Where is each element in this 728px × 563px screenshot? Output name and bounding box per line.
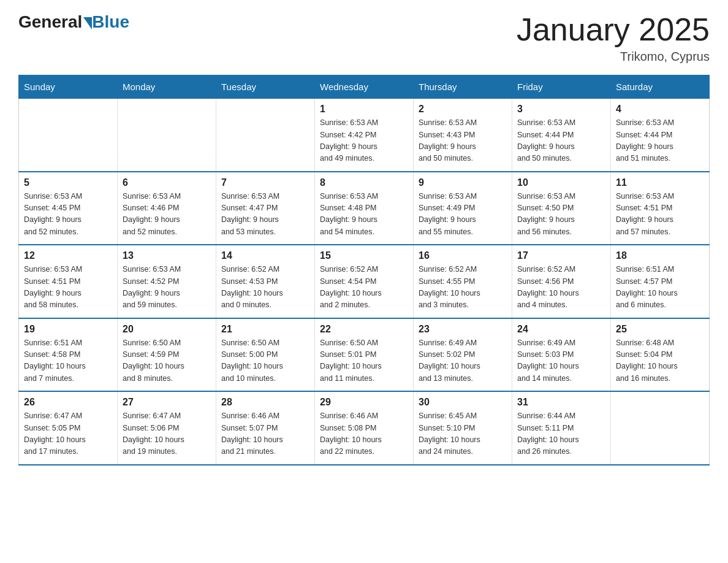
day-number: 25	[616, 324, 704, 335]
day-number: 19	[24, 324, 112, 335]
day-info: Sunrise: 6:51 AM Sunset: 4:58 PM Dayligh…	[24, 337, 112, 385]
day-info: Sunrise: 6:52 AM Sunset: 4:55 PM Dayligh…	[419, 264, 507, 312]
day-info: Sunrise: 6:47 AM Sunset: 5:06 PM Dayligh…	[123, 410, 211, 458]
calendar-cell: 12Sunrise: 6:53 AM Sunset: 4:51 PM Dayli…	[19, 245, 118, 318]
calendar-cell: 1Sunrise: 6:53 AM Sunset: 4:42 PM Daylig…	[315, 99, 414, 172]
day-info: Sunrise: 6:53 AM Sunset: 4:44 PM Dayligh…	[517, 117, 605, 165]
day-number: 7	[221, 177, 309, 188]
day-number: 11	[616, 177, 704, 188]
calendar-cell: 8Sunrise: 6:53 AM Sunset: 4:48 PM Daylig…	[315, 172, 414, 245]
day-number: 9	[419, 177, 507, 188]
calendar-cell	[118, 99, 216, 172]
day-number: 15	[320, 250, 408, 261]
day-number: 21	[221, 324, 309, 335]
day-number: 30	[419, 397, 507, 408]
calendar-cell: 25Sunrise: 6:48 AM Sunset: 5:04 PM Dayli…	[611, 318, 710, 392]
calendar-cell: 24Sunrise: 6:49 AM Sunset: 5:03 PM Dayli…	[512, 318, 611, 392]
day-info: Sunrise: 6:52 AM Sunset: 4:54 PM Dayligh…	[320, 264, 408, 312]
day-info: Sunrise: 6:53 AM Sunset: 4:47 PM Dayligh…	[221, 191, 309, 239]
day-info: Sunrise: 6:50 AM Sunset: 5:01 PM Dayligh…	[320, 337, 408, 385]
day-info: Sunrise: 6:53 AM Sunset: 4:48 PM Dayligh…	[320, 191, 408, 239]
day-info: Sunrise: 6:53 AM Sunset: 4:49 PM Dayligh…	[419, 191, 507, 239]
calendar-cell: 11Sunrise: 6:53 AM Sunset: 4:51 PM Dayli…	[611, 172, 710, 245]
weekday-header-thursday: Thursday	[414, 75, 512, 99]
calendar-cell: 16Sunrise: 6:52 AM Sunset: 4:55 PM Dayli…	[414, 245, 512, 318]
calendar-cell: 18Sunrise: 6:51 AM Sunset: 4:57 PM Dayli…	[611, 245, 710, 318]
calendar-table: SundayMondayTuesdayWednesdayThursdayFrid…	[18, 75, 710, 465]
day-number: 23	[419, 324, 507, 335]
calendar-cell: 28Sunrise: 6:46 AM Sunset: 5:07 PM Dayli…	[216, 391, 315, 465]
calendar-cell: 10Sunrise: 6:53 AM Sunset: 4:50 PM Dayli…	[512, 172, 611, 245]
day-info: Sunrise: 6:53 AM Sunset: 4:51 PM Dayligh…	[616, 191, 704, 239]
day-number: 14	[221, 250, 309, 261]
calendar-cell: 26Sunrise: 6:47 AM Sunset: 5:05 PM Dayli…	[19, 391, 118, 465]
calendar-cell: 14Sunrise: 6:52 AM Sunset: 4:53 PM Dayli…	[216, 245, 315, 318]
calendar-cell: 3Sunrise: 6:53 AM Sunset: 4:44 PM Daylig…	[512, 99, 611, 172]
day-info: Sunrise: 6:46 AM Sunset: 5:07 PM Dayligh…	[221, 410, 309, 458]
weekday-header-monday: Monday	[118, 75, 216, 99]
weekday-header-friday: Friday	[512, 75, 611, 99]
calendar-subtitle: Trikomo, Cyprus	[517, 50, 710, 64]
calendar-body: 1Sunrise: 6:53 AM Sunset: 4:42 PM Daylig…	[19, 99, 710, 465]
calendar-cell: 15Sunrise: 6:52 AM Sunset: 4:54 PM Dayli…	[315, 245, 414, 318]
day-info: Sunrise: 6:53 AM Sunset: 4:43 PM Dayligh…	[419, 117, 507, 165]
day-info: Sunrise: 6:47 AM Sunset: 5:05 PM Dayligh…	[24, 410, 112, 458]
weekday-header-wednesday: Wednesday	[315, 75, 414, 99]
week-row-4: 19Sunrise: 6:51 AM Sunset: 4:58 PM Dayli…	[19, 318, 710, 392]
day-number: 20	[123, 324, 211, 335]
calendar-cell	[216, 99, 315, 172]
weekday-header-sunday: Sunday	[19, 75, 118, 99]
day-info: Sunrise: 6:52 AM Sunset: 4:56 PM Dayligh…	[517, 264, 605, 312]
calendar-cell: 6Sunrise: 6:53 AM Sunset: 4:46 PM Daylig…	[118, 172, 216, 245]
day-info: Sunrise: 6:53 AM Sunset: 4:51 PM Dayligh…	[24, 264, 112, 312]
day-info: Sunrise: 6:44 AM Sunset: 5:11 PM Dayligh…	[517, 410, 605, 458]
week-row-3: 12Sunrise: 6:53 AM Sunset: 4:51 PM Dayli…	[19, 245, 710, 318]
day-number: 18	[616, 250, 704, 261]
day-info: Sunrise: 6:53 AM Sunset: 4:52 PM Dayligh…	[123, 264, 211, 312]
calendar-cell: 20Sunrise: 6:50 AM Sunset: 4:59 PM Dayli…	[118, 318, 216, 392]
logo-general-text: General	[18, 12, 82, 32]
week-row-5: 26Sunrise: 6:47 AM Sunset: 5:05 PM Dayli…	[19, 391, 710, 465]
day-number: 1	[320, 104, 408, 115]
calendar-header: SundayMondayTuesdayWednesdayThursdayFrid…	[19, 75, 710, 99]
day-info: Sunrise: 6:53 AM Sunset: 4:46 PM Dayligh…	[123, 191, 211, 239]
calendar-cell	[19, 99, 118, 172]
calendar-cell: 4Sunrise: 6:53 AM Sunset: 4:44 PM Daylig…	[611, 99, 710, 172]
day-info: Sunrise: 6:50 AM Sunset: 5:00 PM Dayligh…	[221, 337, 309, 385]
day-info: Sunrise: 6:53 AM Sunset: 4:50 PM Dayligh…	[517, 191, 605, 239]
logo-blue-text: Blue	[92, 12, 129, 32]
day-number: 2	[419, 104, 507, 115]
day-number: 29	[320, 397, 408, 408]
day-info: Sunrise: 6:52 AM Sunset: 4:53 PM Dayligh…	[221, 264, 309, 312]
calendar-cell: 30Sunrise: 6:45 AM Sunset: 5:10 PM Dayli…	[414, 391, 512, 465]
title-block: January 2025 Trikomo, Cyprus	[517, 12, 710, 64]
day-info: Sunrise: 6:51 AM Sunset: 4:57 PM Dayligh…	[616, 264, 704, 312]
calendar-cell: 29Sunrise: 6:46 AM Sunset: 5:08 PM Dayli…	[315, 391, 414, 465]
calendar-cell: 21Sunrise: 6:50 AM Sunset: 5:00 PM Dayli…	[216, 318, 315, 392]
week-row-2: 5Sunrise: 6:53 AM Sunset: 4:45 PM Daylig…	[19, 172, 710, 245]
weekday-header-row: SundayMondayTuesdayWednesdayThursdayFrid…	[19, 75, 710, 99]
day-number: 13	[123, 250, 211, 261]
calendar-cell: 9Sunrise: 6:53 AM Sunset: 4:49 PM Daylig…	[414, 172, 512, 245]
day-number: 26	[24, 397, 112, 408]
calendar-cell: 22Sunrise: 6:50 AM Sunset: 5:01 PM Dayli…	[315, 318, 414, 392]
calendar-cell: 7Sunrise: 6:53 AM Sunset: 4:47 PM Daylig…	[216, 172, 315, 245]
day-number: 24	[517, 324, 605, 335]
day-info: Sunrise: 6:46 AM Sunset: 5:08 PM Dayligh…	[320, 410, 408, 458]
day-number: 3	[517, 104, 605, 115]
day-number: 10	[517, 177, 605, 188]
day-info: Sunrise: 6:49 AM Sunset: 5:02 PM Dayligh…	[419, 337, 507, 385]
logo-triangle-icon	[83, 17, 92, 29]
day-info: Sunrise: 6:49 AM Sunset: 5:03 PM Dayligh…	[517, 337, 605, 385]
day-number: 5	[24, 177, 112, 188]
day-info: Sunrise: 6:53 AM Sunset: 4:44 PM Dayligh…	[616, 117, 704, 165]
day-number: 16	[419, 250, 507, 261]
weekday-header-saturday: Saturday	[611, 75, 710, 99]
calendar-cell: 17Sunrise: 6:52 AM Sunset: 4:56 PM Dayli…	[512, 245, 611, 318]
calendar-cell: 5Sunrise: 6:53 AM Sunset: 4:45 PM Daylig…	[19, 172, 118, 245]
calendar-cell: 2Sunrise: 6:53 AM Sunset: 4:43 PM Daylig…	[414, 99, 512, 172]
calendar-cell	[611, 391, 710, 465]
day-number: 6	[123, 177, 211, 188]
calendar-cell: 19Sunrise: 6:51 AM Sunset: 4:58 PM Dayli…	[19, 318, 118, 392]
day-number: 27	[123, 397, 211, 408]
